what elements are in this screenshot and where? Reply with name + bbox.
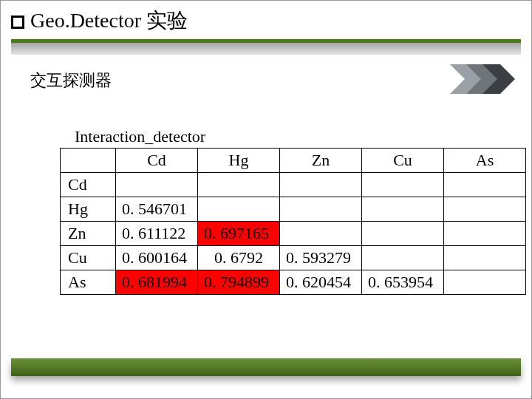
title-row: Geo.Detector 实验 xyxy=(1,1,531,38)
row-hg: Hg xyxy=(61,197,116,222)
col-cu: Cu xyxy=(362,149,444,173)
cell xyxy=(116,173,198,197)
square-bullet-icon xyxy=(11,16,24,29)
cell xyxy=(444,270,526,295)
row-cd: Cd xyxy=(61,173,116,197)
cell xyxy=(198,173,280,197)
row-as: As xyxy=(61,270,116,295)
cell: 0. 6792 xyxy=(198,246,280,270)
interaction-table: Cd Hg Zn Cu As Cd Hg 0. 546701 Zn 0. 611… xyxy=(60,148,526,295)
cell: 0. 593279 xyxy=(280,246,362,270)
cell xyxy=(362,246,444,270)
cell xyxy=(444,222,526,246)
col-as: As xyxy=(444,149,526,173)
cell xyxy=(198,197,280,222)
cell xyxy=(444,197,526,222)
row-zn: Zn xyxy=(61,222,116,246)
cell: 0. 611122 xyxy=(116,222,198,246)
cell xyxy=(362,197,444,222)
cell xyxy=(280,197,362,222)
slide: Geo.Detector 实验 交互探测器 Interaction_detect… xyxy=(0,0,532,399)
row-cu: Cu xyxy=(61,246,116,270)
table-title: Interaction_detector xyxy=(75,127,531,146)
cell: 0. 620454 xyxy=(280,270,362,295)
cell xyxy=(362,222,444,246)
cell xyxy=(280,222,362,246)
cell: 0. 600164 xyxy=(116,246,198,270)
cell xyxy=(444,246,526,270)
table-header-row: Cd Hg Zn Cu As xyxy=(61,149,526,173)
col-hg: Hg xyxy=(198,149,280,173)
cell: 0. 546701 xyxy=(116,197,198,222)
col-cd: Cd xyxy=(116,149,198,173)
cell xyxy=(280,173,362,197)
corner-cell xyxy=(61,149,116,173)
table-row: Cu 0. 600164 0. 6792 0. 593279 xyxy=(61,246,526,270)
col-zn: Zn xyxy=(280,149,362,173)
arrow-chevrons-icon xyxy=(450,64,516,94)
cell-highlight: 0. 681994 xyxy=(116,270,198,295)
table-row: Zn 0. 611122 0. 697165 xyxy=(61,222,526,246)
cell: 0. 653954 xyxy=(362,270,444,295)
cell xyxy=(362,173,444,197)
table-row: Hg 0. 546701 xyxy=(61,197,526,222)
slide-title: Geo.Detector 实验 xyxy=(30,7,188,35)
bottom-accent-bar xyxy=(11,358,521,376)
table-row: As 0. 681994 0. 794899 0. 620454 0. 6539… xyxy=(61,270,526,295)
title-underline xyxy=(11,39,521,55)
cell-highlight: 0. 794899 xyxy=(198,270,280,295)
shadow-bar xyxy=(11,43,521,55)
cell-highlight: 0. 697165 xyxy=(198,222,280,246)
cell xyxy=(444,173,526,197)
table-row: Cd xyxy=(61,173,526,197)
